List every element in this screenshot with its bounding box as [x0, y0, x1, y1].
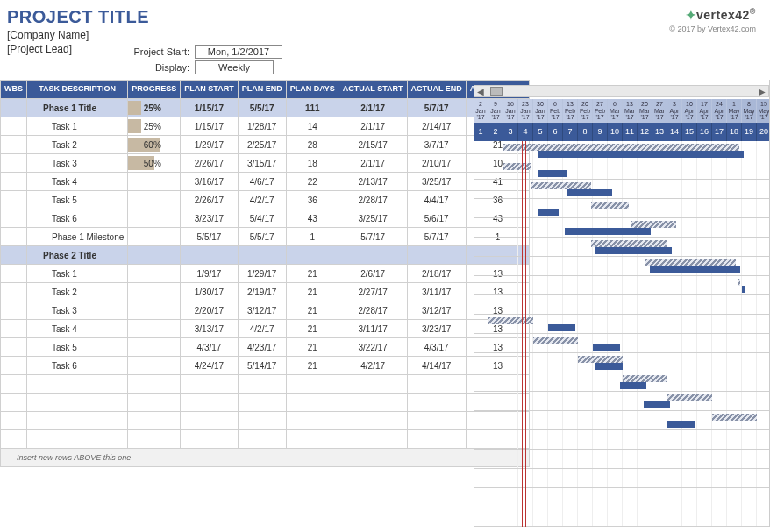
- plan-start-cell[interactable]: 1/15/17: [181, 99, 238, 117]
- wbs-cell[interactable]: [1, 357, 27, 375]
- display-value[interactable]: Weekly: [195, 60, 274, 74]
- task-name-cell[interactable]: Task 6: [27, 357, 128, 375]
- plan-start-cell[interactable]: 1/15/17: [181, 117, 238, 136]
- plan-days-cell[interactable]: 22: [286, 173, 339, 191]
- task-name-cell[interactable]: Task 3: [27, 154, 128, 173]
- plan-end-cell[interactable]: 4/2/17: [238, 320, 286, 338]
- task-row[interactable]: Task 43/16/174/6/17222/13/173/25/1741: [1, 173, 530, 191]
- actual-start-cell[interactable]: 3/22/17: [339, 338, 407, 357]
- task-row[interactable]: Task 125%1/15/171/28/17142/1/172/14/1714: [1, 117, 530, 136]
- progress-cell[interactable]: 50%: [128, 154, 181, 173]
- phase-row[interactable]: Phase 2 Title: [1, 246, 530, 265]
- plan-days-cell[interactable]: 21: [286, 265, 339, 283]
- plan-days-cell[interactable]: 21: [286, 357, 339, 375]
- progress-cell[interactable]: 25%: [128, 99, 181, 117]
- plan-days-cell[interactable]: 43: [286, 209, 339, 228]
- plan-end-cell[interactable]: 3/12/17: [238, 301, 286, 320]
- plan-start-cell[interactable]: [181, 246, 238, 265]
- actual-start-cell[interactable]: 3/11/17: [339, 320, 407, 338]
- plan-start-cell[interactable]: 1/29/17: [181, 136, 238, 154]
- plan-end-cell[interactable]: 5/4/17: [238, 209, 286, 228]
- wbs-cell[interactable]: [1, 154, 27, 173]
- plan-end-cell[interactable]: 1/28/17: [238, 117, 286, 136]
- actual-end-cell[interactable]: [407, 246, 466, 265]
- task-name-cell[interactable]: Phase 2 Title: [27, 246, 128, 265]
- empty-row[interactable]: [1, 412, 530, 430]
- actual-start-cell[interactable]: 3/25/17: [339, 209, 407, 228]
- actual-end-cell[interactable]: 3/25/17: [407, 173, 466, 191]
- wbs-cell[interactable]: [1, 265, 27, 283]
- task-row[interactable]: Task 63/23/175/4/17433/25/175/6/1743: [1, 209, 530, 228]
- actual-start-cell[interactable]: 2/27/17: [339, 283, 407, 301]
- plan-start-cell[interactable]: 5/5/17: [181, 228, 238, 246]
- actual-end-cell[interactable]: 3/23/17: [407, 320, 466, 338]
- plan-end-cell[interactable]: 4/2/17: [238, 191, 286, 209]
- task-row[interactable]: Task 11/9/171/29/17212/6/172/18/1713: [1, 265, 530, 283]
- task-name-cell[interactable]: Task 3: [27, 301, 128, 320]
- actual-end-cell[interactable]: 4/4/17: [407, 191, 466, 209]
- progress-cell[interactable]: [128, 228, 181, 246]
- progress-cell[interactable]: [128, 357, 181, 375]
- plan-start-cell[interactable]: 4/3/17: [181, 338, 238, 357]
- plan-end-cell[interactable]: 4/6/17: [238, 173, 286, 191]
- wbs-cell[interactable]: [1, 320, 27, 338]
- actual-end-cell[interactable]: 5/7/17: [407, 99, 466, 117]
- wbs-cell[interactable]: [1, 246, 27, 265]
- wbs-cell[interactable]: [1, 191, 27, 209]
- progress-cell[interactable]: [128, 320, 181, 338]
- actual-end-cell[interactable]: 5/6/17: [407, 209, 466, 228]
- wbs-cell[interactable]: [1, 173, 27, 191]
- actual-end-cell[interactable]: 2/14/17: [407, 117, 466, 136]
- scroll-thumb[interactable]: [490, 87, 503, 96]
- wbs-cell[interactable]: [1, 283, 27, 301]
- actual-start-cell[interactable]: 4/2/17: [339, 357, 407, 375]
- plan-days-cell[interactable]: 21: [286, 301, 339, 320]
- scroll-right-icon[interactable]: ▶: [756, 87, 768, 96]
- task-name-cell[interactable]: Task 1: [27, 117, 128, 136]
- project-start-value[interactable]: Mon, 1/2/2017: [195, 45, 282, 59]
- plan-days-cell[interactable]: 1: [286, 228, 339, 246]
- task-name-cell[interactable]: Task 5: [27, 191, 128, 209]
- actual-start-cell[interactable]: [339, 246, 407, 265]
- task-name-cell[interactable]: Task 2: [27, 136, 128, 154]
- phase-row[interactable]: Phase 1 Title25%1/15/175/5/171112/1/175/…: [1, 99, 530, 117]
- plan-days-cell[interactable]: [286, 246, 339, 265]
- task-row[interactable]: Task 32/20/173/12/17212/28/173/12/1713: [1, 301, 530, 320]
- plan-start-cell[interactable]: 2/26/17: [181, 154, 238, 173]
- task-row[interactable]: Task 52/26/174/2/17362/28/174/4/1736: [1, 191, 530, 209]
- actual-end-cell[interactable]: 4/3/17: [407, 338, 466, 357]
- empty-row[interactable]: [1, 375, 530, 394]
- plan-days-cell[interactable]: 36: [286, 191, 339, 209]
- actual-start-cell[interactable]: 2/13/17: [339, 173, 407, 191]
- actual-end-cell[interactable]: 3/12/17: [407, 301, 466, 320]
- progress-cell[interactable]: [128, 265, 181, 283]
- task-name-cell[interactable]: Task 5: [27, 338, 128, 357]
- task-name-cell[interactable]: Task 6: [27, 209, 128, 228]
- wbs-cell[interactable]: [1, 136, 27, 154]
- plan-end-cell[interactable]: 2/25/17: [238, 136, 286, 154]
- progress-cell[interactable]: [128, 301, 181, 320]
- plan-days-cell[interactable]: 14: [286, 117, 339, 136]
- plan-days-cell[interactable]: 21: [286, 283, 339, 301]
- plan-end-cell[interactable]: 2/19/17: [238, 283, 286, 301]
- plan-start-cell[interactable]: 1/30/17: [181, 283, 238, 301]
- progress-cell[interactable]: 25%: [128, 117, 181, 136]
- wbs-cell[interactable]: [1, 301, 27, 320]
- task-row[interactable]: Phase 1 Milestone5/5/175/5/1715/7/175/7/…: [1, 228, 530, 246]
- wbs-cell[interactable]: [1, 117, 27, 136]
- actual-start-cell[interactable]: 2/28/17: [339, 301, 407, 320]
- actual-end-cell[interactable]: 3/11/17: [407, 283, 466, 301]
- scroll-left-icon[interactable]: ◀: [474, 87, 487, 96]
- actual-start-cell[interactable]: 2/6/17: [339, 265, 407, 283]
- plan-end-cell[interactable]: 5/5/17: [238, 99, 286, 117]
- actual-start-cell[interactable]: 2/1/17: [339, 154, 407, 173]
- plan-days-cell[interactable]: 18: [286, 154, 339, 173]
- task-name-cell[interactable]: Task 4: [27, 173, 128, 191]
- plan-start-cell[interactable]: 2/26/17: [181, 191, 238, 209]
- wbs-cell[interactable]: [1, 338, 27, 357]
- task-row[interactable]: Task 64/24/175/14/17214/2/174/14/1713: [1, 357, 530, 375]
- task-row[interactable]: Task 21/30/172/19/17212/27/173/11/1713: [1, 283, 530, 301]
- wbs-cell[interactable]: [1, 209, 27, 228]
- progress-cell[interactable]: [128, 246, 181, 265]
- progress-cell[interactable]: [128, 173, 181, 191]
